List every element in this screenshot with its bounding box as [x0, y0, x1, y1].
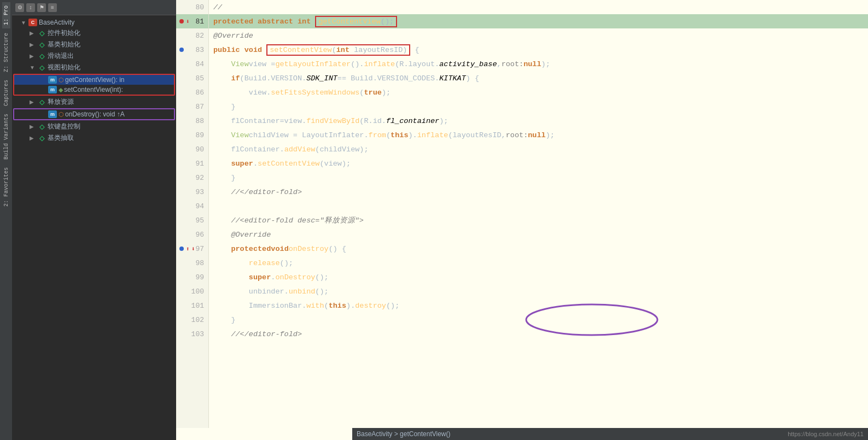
code-line-81: protected abstract int getContentView();	[209, 14, 868, 28]
code-line-85: if (Build.VERSION. SDK_INT == Build.VERS…	[209, 71, 868, 85]
base-extract-label: 基类抽取	[48, 133, 74, 143]
tree-item-getcontentview[interactable]: m ⬡ getContentView(): in	[14, 75, 174, 85]
tab-captures[interactable]: Captures	[2, 77, 10, 109]
method-icon: m	[48, 76, 57, 84]
arrow-icon: ▶	[30, 53, 37, 59]
override-icon: ◆	[59, 86, 63, 93]
line-83: 83	[176, 43, 208, 57]
kw-protected: protected	[213, 17, 253, 26]
line-87: 87	[176, 99, 208, 114]
diamond-icon: ◇	[37, 41, 46, 49]
arrow-icon: ▶	[30, 42, 37, 48]
line-86: 86	[176, 85, 208, 99]
tab-favorites[interactable]: 2: Favorites	[2, 164, 10, 210]
comment-80: //	[213, 3, 222, 11]
tree-item-view-init[interactable]: ▼ ◇ 视图初始化	[12, 62, 176, 73]
red-box-group: m ⬡ getContentView(): in m ◆ setContentV…	[13, 74, 175, 96]
method-icon: m	[48, 110, 57, 118]
line-103: 103	[176, 327, 208, 341]
tree-root[interactable]: ▼ C BaseActivity	[12, 17, 176, 27]
kw-public: public	[213, 46, 240, 54]
tree-item-setcontentview[interactable]: m ◆ setContentView(int):	[14, 85, 174, 95]
red-rect-getcontentview: getContentView();	[315, 16, 397, 27]
arrow-icon: ▼	[30, 64, 37, 71]
line-102: 102	[176, 313, 208, 327]
tab-structure[interactable]: Z: Structure	[2, 30, 10, 75]
setcontentview-label: setContentView(int):	[64, 86, 123, 93]
getcontentview-label: getContentView(): in	[65, 76, 125, 84]
tree-item-slide-exit[interactable]: ▶ ◇ 滑动退出	[12, 50, 176, 62]
line-96: 96	[176, 227, 208, 242]
tree-item-ondestroy[interactable]: m ⬡ onDestroy(): void ↑A	[14, 109, 174, 119]
arrow-icon: ▶	[30, 99, 37, 105]
tab-project[interactable]: 1: Pro	[2, 2, 10, 28]
ondestroy-label: onDestroy(): void ↑A	[65, 110, 125, 118]
line-98: 98	[176, 256, 208, 270]
kw-void: void	[244, 46, 262, 54]
editor-content: 80 ⬇ 81 82 83 84 85 86 87 88 89 90 91	[176, 0, 868, 440]
code-line-89: View childView = LayoutInflater. from ( …	[209, 128, 868, 142]
code-line-80: //	[209, 0, 868, 14]
line-100: 100	[176, 284, 208, 298]
code-line-102: }	[209, 313, 868, 327]
code-line-97: protected void onDestroy () {	[209, 242, 868, 256]
root-label: BaseActivity	[39, 19, 74, 26]
structure-tree: ▼ C BaseActivity ▶ ◇ 控件初始化 ▶ ◇ 基类初始化 ▶ ◇…	[12, 15, 176, 440]
editor-area: 80 ⬇ 81 82 83 84 85 86 87 88 89 90 91	[176, 0, 868, 440]
line-94: 94	[176, 199, 208, 213]
code-line-101: ImmersionBar. with ( this ). destroy ();	[209, 298, 868, 313]
toolbar-icon-3[interactable]: ⚑	[37, 3, 46, 12]
view-init-label: 视图初始化	[48, 63, 80, 72]
arrow-icon: ▶	[30, 30, 37, 36]
code-line-82: @Override	[209, 28, 868, 43]
line-93: 93	[176, 185, 208, 199]
code-line-96: @Override	[209, 227, 868, 242]
diamond-icon: ◇	[37, 30, 46, 37]
line-91: 91	[176, 156, 208, 171]
csdn-url: https://blog.csdn.net/Andy11	[788, 431, 864, 437]
line-90: 90	[176, 142, 208, 156]
line-80: 80	[176, 0, 208, 14]
diamond-icon: ◇	[37, 52, 46, 60]
up-icon: ⬡	[59, 111, 64, 118]
diamond-icon: ◇	[37, 134, 46, 142]
breakpoint-dot-blue	[179, 48, 184, 52]
line-85: 85	[176, 71, 208, 85]
arrow-icon: ▶	[30, 124, 37, 130]
red-rect-setcontentview: setContentView(int layoutResID)	[266, 44, 410, 56]
tab-build-variants[interactable]: Build Variants	[2, 110, 10, 163]
diamond-icon: ◇	[37, 123, 46, 131]
arrow-icon: ▼	[21, 20, 28, 26]
line-99: 99	[176, 270, 208, 284]
toolbar-icon-1[interactable]: ⚙	[15, 3, 24, 12]
code-line-87: }	[209, 99, 868, 114]
breakpoint-dot	[179, 19, 184, 24]
toolbar-icon-4[interactable]: ≡	[48, 3, 57, 12]
status-bar: BaseActivity > getContentView() https://…	[352, 428, 868, 440]
purple-box-group: m ⬡ onDestroy(): void ↑A	[13, 108, 175, 120]
editor-wrapper: 80 ⬇ 81 82 83 84 85 86 87 88 89 90 91	[176, 0, 868, 440]
tree-item-base-init[interactable]: ▶ ◇ 基类初始化	[12, 39, 176, 50]
tree-item-controls[interactable]: ▶ ◇ 控件初始化	[12, 27, 176, 39]
code-line-92: }	[209, 171, 868, 185]
code-line-103: //</editor-fold>	[209, 327, 868, 341]
structure-panel: ⚙ ↕ ⚑ ≡ ▼ C BaseActivity ▶ ◇ 控件初始化 ▶ ◇ 基…	[12, 0, 176, 440]
code-lines: // protected abstract int getContentView…	[209, 0, 868, 428]
controls-label: 控件初始化	[48, 28, 80, 38]
code-line-95: //<editor-fold desc="释放资源">	[209, 213, 868, 227]
toolbar-icon-2[interactable]: ↕	[26, 3, 35, 12]
structure-toolbar: ⚙ ↕ ⚑ ≡	[12, 0, 176, 15]
line-101: 101	[176, 298, 208, 313]
tree-item-base-extract[interactable]: ▶ ◇ 基类抽取	[12, 132, 176, 144]
tree-item-release[interactable]: ▶ ◇ 释放资源	[12, 96, 176, 108]
arrow-indicator3: ⬇	[191, 245, 195, 253]
line-88: 88	[176, 114, 208, 128]
tree-item-keyboard[interactable]: ▶ ◇ 软键盘控制	[12, 121, 176, 132]
fn-setcontentview: setContentView	[270, 46, 331, 54]
breadcrumb: BaseActivity > getContentView()	[357, 430, 451, 438]
type-view: View	[231, 60, 248, 68]
method-icon: m	[48, 86, 57, 93]
line-92: 92	[176, 171, 208, 185]
keyboard-label: 软键盘控制	[48, 122, 80, 131]
kw-int: int	[298, 17, 311, 26]
